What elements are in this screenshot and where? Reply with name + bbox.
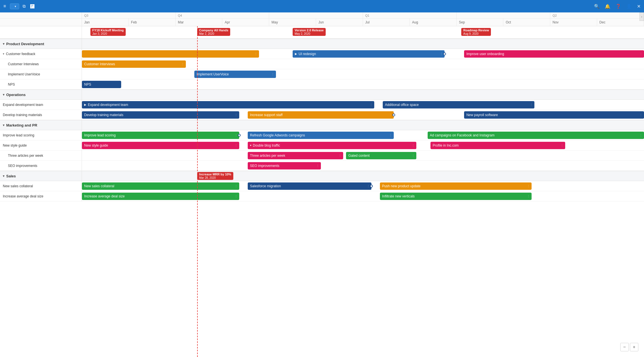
gantt-content: FY18 Kickoff MeetingJan 3, 2020Company A… <box>0 26 644 201</box>
month-jan: Jan <box>82 19 129 26</box>
bar-label: NPS <box>84 82 91 86</box>
bell-icon[interactable]: 🔔 <box>605 4 610 9</box>
bar-label: Gated content <box>348 154 369 158</box>
save-button[interactable]: 🅿 <box>29 3 36 10</box>
bar-2-1-0[interactable]: New style guide⋮ <box>82 142 239 149</box>
milestone-row: FY18 Kickoff MeetingJan 3, 2020Company A… <box>0 26 644 39</box>
bar-2-2-0[interactable]: Three articles per week⋮ <box>248 152 343 159</box>
group-header-2[interactable]: ▾ Marketing and PR <box>0 120 644 130</box>
bar-0-0-1[interactable]: ▶UI redesign⋮ <box>293 50 444 58</box>
main-content: Q3 Q4 Q1 Q2 Jan Feb Mar Apr May Jun Jul … <box>0 12 644 357</box>
milestone-label-space <box>0 26 82 38</box>
bar-3-1-0[interactable]: Increase average deal size⋮ <box>82 193 239 200</box>
bar-label: Salesforce migration <box>250 184 281 188</box>
bar-label: Additional office space <box>385 103 419 107</box>
bar-1-1-1[interactable]: Increase support staff⋮ <box>248 111 394 119</box>
month-apr: Apr <box>222 19 269 26</box>
bar-0-0-2[interactable]: Improve user onboarding⋮ <box>464 50 644 58</box>
bar-handle: ⋮ <box>235 195 238 198</box>
row-label-3-1: Increase average deal size <box>0 191 82 201</box>
label-space-month <box>0 19 82 26</box>
bar-2-3-0[interactable]: SEO improvements⋮ <box>248 162 321 169</box>
bar-3-0-0[interactable]: New sales collateral⋮ <box>82 182 239 190</box>
zoom-in-button[interactable]: + <box>630 343 638 351</box>
menu-icon[interactable]: ≡ <box>3 4 6 9</box>
row-label-1-0: Expand development team <box>0 100 82 110</box>
quarter-blank1 <box>269 12 363 18</box>
bar-handle: ⋮ <box>561 144 564 147</box>
row-2-3: SEO improvementsSEO improvements⋮ <box>0 161 644 171</box>
copy-button[interactable]: ⧉ <box>21 3 27 10</box>
bar-1-0-0[interactable]: ▶Expand development team⋮ <box>82 101 374 108</box>
bar-2-0-2[interactable]: Ad campaigns on Facebook and Instagram⋮ <box>428 132 644 139</box>
group-header-0[interactable]: ▾ Product Development <box>0 39 644 49</box>
group-header-1[interactable]: ▾ Operations <box>0 90 644 100</box>
search-icon[interactable]: 🔍 <box>594 4 600 9</box>
bar-2-1-2[interactable]: Profile in Inc.com⋮ <box>430 142 565 149</box>
gantt-area-1-1: Develop training materials⋮Increase supp… <box>82 110 644 120</box>
gantt-area-2-2: Three articles per week⋮Gated content⋮ <box>82 151 644 160</box>
bar-handle: ⋮ <box>235 144 238 147</box>
gantt-area-2-3: SEO improvements⋮ <box>82 161 644 171</box>
roadmap-title-pill[interactable]: ▾ <box>10 3 19 9</box>
bar-0-3-0[interactable]: NPS <box>82 81 121 88</box>
row-2-0: Improve lead scoringImprove lead scoring… <box>0 130 644 140</box>
month-nov: Nov <box>550 19 597 26</box>
bar-label: New style guide <box>84 143 108 147</box>
user-icon[interactable]: 👤 <box>626 4 632 9</box>
bar-0-2-0[interactable]: Implement UserVoice⋮ <box>194 71 276 78</box>
close-icon[interactable]: ✕ <box>637 4 641 9</box>
milestone-marker[interactable]: Roadmap ReviewAug 9, 2020 <box>461 28 491 36</box>
bar-0-0-0[interactable]: ⋮ <box>82 50 259 58</box>
app-logo[interactable]: ≡ <box>3 4 8 9</box>
row-0-2: Implement UserVoiceImplement UserVoice⋮ <box>0 69 644 79</box>
bar-handle: ⋮ <box>639 134 642 137</box>
chevron-down-icon: ▾ <box>15 5 16 8</box>
timeline-container[interactable]: Q3 Q4 Q1 Q2 Jan Feb Mar Apr May Jun Jul … <box>0 12 644 357</box>
bar-3-0-2[interactable]: Push new product update⋮ <box>380 182 532 190</box>
quarter-q4: Q4 <box>176 12 269 18</box>
gantt-area-3-1: Increase average deal size⋮Infiltrate ne… <box>82 191 644 201</box>
bar-expand-icon: ▶ <box>84 103 86 106</box>
quarter-blank2 <box>457 12 551 18</box>
bar-2-1-1[interactable]: ▾Double blog traffic⋮ <box>248 142 416 149</box>
bar-label: Ad campaigns on Facebook and Instagram <box>430 133 495 137</box>
bar-2-0-0[interactable]: Improve lead scoring⋮ <box>82 132 239 139</box>
gantt-area-2-0: Improve lead scoring⋮Refresh Google Adwo… <box>82 130 644 140</box>
month-aug: Aug <box>410 19 457 26</box>
bar-handle: ⋮ <box>235 113 238 116</box>
bar-handle: ⋮ <box>639 52 642 55</box>
bar-2-2-1[interactable]: Gated content⋮ <box>346 152 416 159</box>
row-3-0: New sales collateralNew sales collateral… <box>0 181 644 191</box>
right-collapse-button[interactable]: › <box>639 12 644 21</box>
row-0-1: Customer InterviewsCustomer Interviews⋮ <box>0 59 644 69</box>
milestone-marker[interactable]: Company All HandsMar 2, 2020 <box>197 28 230 36</box>
bar-0-1-0[interactable]: Customer Interviews⋮ <box>82 60 186 68</box>
row-label-text: Customer feedback <box>6 52 35 56</box>
header-actions: 🔍 🔔 ❓ 👤 ✕ <box>594 4 641 9</box>
row-label-1-1: Develop training materials <box>0 110 82 120</box>
sales-milestone[interactable]: Increase MRR by 10%Mar 28, 2020 <box>197 172 233 180</box>
month-may: May <box>269 19 316 26</box>
bar-expand-icon: ▶ <box>295 52 297 55</box>
group-header-3[interactable]: ▾ SalesIncrease MRR by 10%Mar 28, 2020 <box>0 171 644 181</box>
bar-1-1-0[interactable]: Develop training materials⋮ <box>82 111 239 119</box>
bar-label: New sales collateral <box>84 184 114 188</box>
bar-1-1-2[interactable]: New payroll software⋮ <box>464 111 644 119</box>
month-jun: Jun <box>316 19 363 26</box>
bar-1-0-1[interactable]: Additional office space⋮ <box>383 101 534 108</box>
help-icon[interactable]: ❓ <box>615 4 621 9</box>
bar-handle: ⋮ <box>339 154 341 157</box>
chevron-down-icon: ▾ <box>3 42 5 46</box>
row-label-0-0: ▾Customer feedback <box>0 49 82 59</box>
zoom-out-button[interactable]: − <box>620 343 629 351</box>
milestone-marker[interactable]: FY18 Kickoff MeetingJan 3, 2020 <box>90 28 126 36</box>
milestone-marker[interactable]: Version 2.0 ReleaseMay 2, 2020 <box>293 28 326 36</box>
bar-3-1-1[interactable]: Infiltrate new verticals⋮ <box>380 193 532 200</box>
bar-handle: ⋮ <box>412 144 415 147</box>
row-2-1: New style guideNew style guide⋮▾Double b… <box>0 140 644 151</box>
group-gantt-0 <box>82 39 644 49</box>
gantt-area-0-0: ⋮▶UI redesign⋮Improve user onboarding⋮ <box>82 49 644 59</box>
bar-2-0-1[interactable]: Refresh Google Adwords campaigns⋮ <box>248 132 394 139</box>
bar-3-0-1[interactable]: Salesforce migration⋮ <box>248 182 371 190</box>
